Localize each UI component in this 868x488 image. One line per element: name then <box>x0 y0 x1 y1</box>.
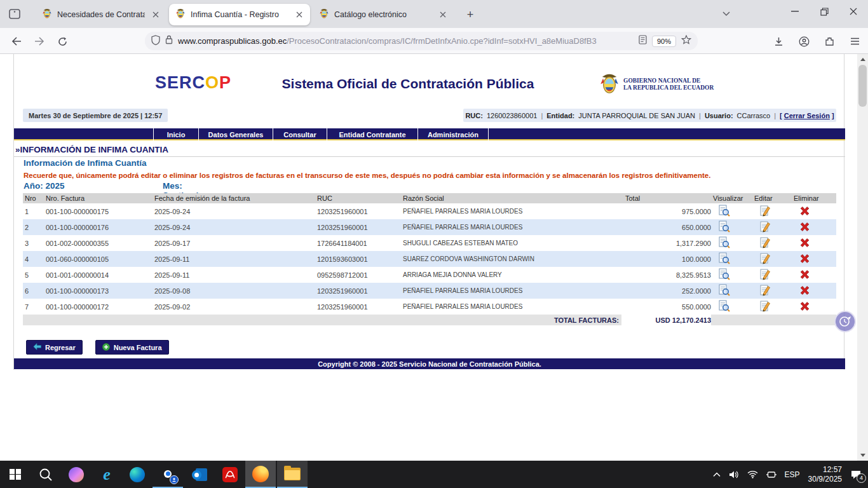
editar-icon[interactable] <box>760 252 771 266</box>
cell-eliminar <box>792 254 836 265</box>
url-text[interactable]: www.compraspublicas.gob.ec/ProcesoContra… <box>178 36 634 46</box>
new-tab-button[interactable]: + <box>463 8 478 22</box>
acrobat-icon[interactable] <box>215 461 245 488</box>
section-title: Información de Infima Cuantía <box>24 158 147 168</box>
cell-editar <box>752 220 792 234</box>
firefox-icon[interactable] <box>245 461 276 488</box>
scroll-up-icon[interactable] <box>857 54 868 65</box>
cell-total: 550.0000 <box>621 303 711 311</box>
invoice-table: Nro Nro. Factura Fecha de emisión de la … <box>23 193 836 325</box>
eliminar-icon[interactable] <box>799 301 810 313</box>
cell-nro: 6 <box>23 287 44 295</box>
cell-visualizar <box>711 236 752 250</box>
tab-list-chevron-icon[interactable] <box>718 6 735 22</box>
editar-icon[interactable] <box>760 284 771 297</box>
logout-link[interactable]: [ Cerrar Sesión ] <box>780 112 834 119</box>
visualizar-icon[interactable] <box>719 300 730 313</box>
main-nav: Inicio Datos Generales Consultar Entidad… <box>14 128 845 140</box>
chrome-icon[interactable] <box>153 461 183 488</box>
scrollbar-thumb[interactable] <box>858 65 867 107</box>
nav-administracion[interactable]: Administración <box>418 128 489 140</box>
firefox-view-icon[interactable] <box>6 7 23 21</box>
tab-infima-cuantia-active[interactable]: Infima Cuantía - Registro <box>169 4 310 25</box>
back-icon[interactable] <box>8 33 25 50</box>
outlook-icon[interactable] <box>184 461 215 488</box>
url-bar[interactable]: www.compraspublicas.gob.ec/ProcesoContra… <box>145 32 698 50</box>
page-viewport: SERCOP Sistema Oficial de Contratación P… <box>0 54 868 461</box>
tray-chevron-icon[interactable] <box>713 472 721 477</box>
clock[interactable]: 12:57 30/9/2025 <box>808 465 842 484</box>
meet-now-icon[interactable] <box>766 470 776 479</box>
nueva-factura-button[interactable]: Nueva Factura <box>95 340 169 355</box>
editar-icon[interactable] <box>760 268 771 281</box>
tab-catalogo[interactable]: Catálogo electrónico <box>313 4 454 25</box>
copilot-icon[interactable] <box>61 461 92 488</box>
eliminar-icon[interactable] <box>799 285 810 297</box>
cell-ruc: 1726641184001 <box>315 240 401 247</box>
tab-close-icon[interactable] <box>437 9 449 20</box>
cell-nro: 3 <box>23 240 44 247</box>
tab-necesidades[interactable]: Necesidades de Contratación y <box>36 4 166 25</box>
tab-title: Necesidades de Contratación y <box>57 10 145 19</box>
visualizar-icon[interactable] <box>719 205 730 218</box>
url-path: /ProcesoContratacion/compras/IC/frmDetIn… <box>287 36 596 46</box>
cell-eliminar <box>792 301 836 313</box>
menu-hamburger-icon[interactable] <box>846 33 863 50</box>
notification-center-icon[interactable]: 4 <box>850 470 862 480</box>
nav-datos-generales[interactable]: Datos Generales <box>199 128 273 140</box>
language-indicator[interactable]: ESP <box>785 470 800 479</box>
tracking-shield-icon[interactable] <box>151 35 160 48</box>
scroll-down-icon[interactable] <box>857 450 868 461</box>
cell-eliminar <box>792 206 836 217</box>
forward-icon[interactable] <box>31 33 48 50</box>
visualizar-icon[interactable] <box>719 284 730 297</box>
restore-button[interactable] <box>810 0 839 23</box>
nav-entidad-contratante[interactable]: Entidad Contratante <box>327 128 418 140</box>
breadcrumb: »INFORMACIÓN DE INFIMA CUANTIA <box>14 145 845 157</box>
editar-icon[interactable] <box>760 220 771 234</box>
visualizar-icon[interactable] <box>719 236 730 250</box>
editar-icon[interactable] <box>760 300 771 313</box>
tab-close-icon[interactable] <box>294 9 305 20</box>
reload-icon[interactable] <box>53 33 71 50</box>
eliminar-icon[interactable] <box>799 269 810 281</box>
close-button[interactable] <box>839 0 868 23</box>
chrome-profile-badge <box>170 475 179 484</box>
editar-icon[interactable] <box>760 205 771 218</box>
page-scrollbar[interactable] <box>857 54 868 461</box>
recorder-clock-widget[interactable] <box>834 311 856 332</box>
tab-close-icon[interactable] <box>150 9 161 20</box>
eliminar-icon[interactable] <box>799 222 810 233</box>
zoom-level-chip[interactable]: 90% <box>652 36 676 47</box>
volume-icon[interactable] <box>729 470 739 479</box>
search-button[interactable] <box>31 461 61 488</box>
visualizar-icon[interactable] <box>719 220 730 234</box>
editar-icon[interactable] <box>760 236 771 250</box>
nav-consultar[interactable]: Consultar <box>273 128 327 140</box>
col-header-nro: Nro <box>23 194 44 202</box>
bookmark-star-icon[interactable] <box>681 35 691 47</box>
edge-icon[interactable] <box>122 461 153 488</box>
usuario-label: Usuario: <box>705 112 733 119</box>
lock-icon[interactable] <box>165 35 173 47</box>
cell-ruc: 1203251960001 <box>315 224 401 231</box>
back-arrow-icon <box>33 343 41 351</box>
extensions-icon[interactable] <box>821 33 837 50</box>
reader-mode-icon[interactable] <box>639 35 647 47</box>
eliminar-icon[interactable] <box>799 206 810 217</box>
eliminar-icon[interactable] <box>799 238 810 249</box>
year-label: Año: 2025 <box>24 181 65 191</box>
file-explorer-icon[interactable] <box>277 461 308 488</box>
account-icon[interactable] <box>796 33 812 50</box>
eliminar-icon[interactable] <box>799 254 810 265</box>
regresar-button[interactable]: Regresar <box>26 340 83 355</box>
nav-inicio[interactable]: Inicio <box>153 128 199 140</box>
visualizar-icon[interactable] <box>719 252 730 266</box>
wifi-icon[interactable] <box>747 470 758 478</box>
table-header-row: Nro Nro. Factura Fecha de emisión de la … <box>23 193 836 203</box>
minimize-button[interactable] <box>780 0 810 23</box>
start-button[interactable] <box>0 461 31 488</box>
downloads-icon[interactable] <box>770 33 787 50</box>
internet-explorer-icon[interactable]: e <box>92 461 122 488</box>
visualizar-icon[interactable] <box>719 268 730 281</box>
